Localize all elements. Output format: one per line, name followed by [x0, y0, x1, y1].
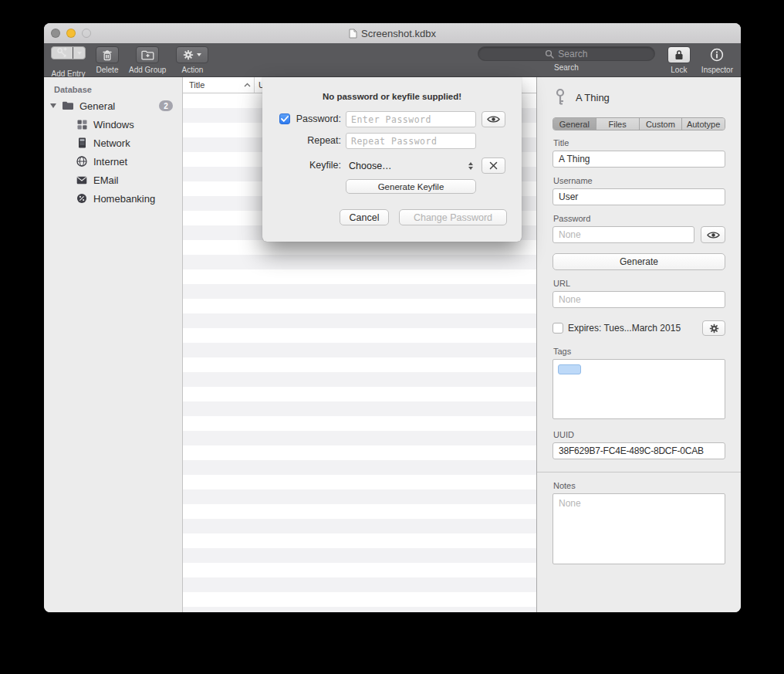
change-password-button[interactable]: Change Password — [399, 209, 507, 225]
title-field-label: Title — [553, 138, 725, 147]
window-title: Screenshot.kdbx — [349, 28, 436, 39]
expires-label: Expires: Tues...March 2015 — [568, 323, 698, 334]
column-header-title[interactable]: Title — [183, 77, 255, 93]
sheet-reveal-password-button[interactable] — [482, 111, 505, 127]
title-field[interactable] — [553, 151, 725, 168]
chevron-down-icon — [197, 53, 201, 56]
username-field[interactable] — [553, 188, 725, 205]
column-title-label: Title — [189, 80, 204, 90]
sheet-keyfile-label: Keyfile: — [292, 160, 341, 171]
close-x-icon — [489, 161, 498, 170]
keyfile-popup-value: Choose… — [349, 161, 392, 171]
toolbar-right: Search Search Lock — [478, 46, 733, 74]
add-entry-main[interactable] — [52, 47, 73, 59]
uuid-field[interactable] — [553, 442, 725, 459]
change-password-sheet: No password or keyfile supplied! Passwor… — [262, 77, 522, 242]
action-button[interactable] — [176, 46, 208, 63]
sidebar-item-windows[interactable]: Windows — [44, 115, 182, 134]
add-entry-button[interactable] — [51, 46, 86, 59]
search-icon — [545, 49, 554, 59]
sort-ascending-icon — [244, 83, 251, 87]
main-window: Screenshot.kdbx Add Entry — [44, 23, 741, 612]
globe-icon — [76, 155, 88, 168]
windows-icon — [76, 118, 88, 130]
chevron-down-icon — [77, 52, 82, 55]
sheet-password-input[interactable] — [346, 111, 476, 127]
lock-icon — [674, 49, 684, 60]
add-entry-dropdown[interactable] — [73, 47, 85, 59]
tab-autotype[interactable]: Autotype — [682, 118, 725, 130]
sidebar-item-label: Network — [93, 137, 130, 149]
entry-count-badge: 2 — [159, 100, 173, 111]
toolbar-item-search: Search Search — [478, 46, 655, 72]
toolbar-item-action: Action — [176, 46, 208, 74]
toolbar-item-lock: Lock — [667, 46, 691, 74]
lock-button[interactable] — [667, 46, 691, 63]
expires-checkbox[interactable] — [553, 323, 563, 334]
delete-button[interactable] — [96, 46, 119, 63]
sidebar-item-network[interactable]: Network — [44, 134, 182, 152]
disclosure-triangle-icon[interactable] — [50, 103, 56, 108]
inspector-tabs: General Files Custom Autotype — [553, 117, 725, 130]
tags-label: Tags — [553, 347, 725, 356]
sheet-message: No password or keyfile supplied! — [262, 92, 522, 101]
delete-label: Delete — [96, 66, 119, 74]
cancel-button[interactable]: Cancel — [340, 209, 389, 225]
entry-title: A Thing — [576, 92, 610, 103]
eye-icon — [487, 115, 500, 124]
uuid-label: UUID — [553, 430, 725, 439]
add-group-button[interactable] — [136, 46, 159, 63]
sheet-repeat-input[interactable] — [346, 133, 476, 149]
sidebar-item-label: EMail — [93, 174, 119, 186]
tab-custom[interactable]: Custom — [640, 118, 683, 130]
window-title-text: Screenshot.kdbx — [361, 28, 436, 39]
folder-icon — [62, 100, 74, 112]
network-icon — [76, 137, 88, 149]
generate-password-button[interactable]: Generate — [553, 253, 725, 270]
document-icon — [349, 29, 357, 39]
notes-field[interactable] — [553, 493, 725, 564]
gear-icon — [709, 323, 719, 334]
tab-general[interactable]: General — [553, 118, 596, 130]
sidebar-item-label: Internet — [93, 156, 127, 168]
minimize-button[interactable] — [66, 29, 76, 38]
toolbar-item-inspector: Inspector — [701, 46, 733, 74]
expires-settings-button[interactable] — [702, 320, 725, 336]
sidebar-item-email[interactable]: EMail — [44, 171, 182, 189]
sidebar-item-homebanking[interactable]: Homebanking — [44, 189, 182, 208]
tab-files[interactable]: Files — [596, 118, 640, 130]
inspector-label: Inspector — [701, 66, 733, 74]
sidebar-item-internet[interactable]: Internet — [44, 152, 182, 171]
sidebar: Database General 2 — [44, 77, 183, 612]
toolbar-item-add-entry: Add Entry — [51, 46, 86, 78]
clear-keyfile-button[interactable] — [482, 157, 505, 174]
notes-label: Notes — [553, 481, 725, 490]
username-field-label: Username — [553, 176, 725, 185]
titlebar: Screenshot.kdbx — [44, 23, 741, 43]
trash-icon — [102, 49, 113, 61]
sidebar-header: Database — [54, 85, 182, 94]
gear-icon — [183, 49, 194, 60]
tags-box[interactable] — [553, 359, 725, 419]
folder-plus-icon — [141, 50, 154, 60]
coin-percent-icon — [76, 192, 88, 205]
search-placeholder: Search — [558, 49, 587, 59]
sheet-repeat-label: Repeat: — [292, 135, 341, 146]
key-plus-icon — [56, 47, 68, 59]
password-checkbox[interactable] — [279, 113, 290, 124]
search-input[interactable]: Search — [478, 46, 655, 61]
action-label: Action — [181, 66, 203, 74]
reveal-password-button[interactable] — [701, 226, 725, 243]
sidebar-item-general[interactable]: General 2 — [44, 97, 182, 115]
sidebar-item-label: Homebanking — [93, 193, 155, 205]
popup-chevrons-icon — [468, 162, 473, 170]
zoom-button[interactable] — [82, 29, 91, 38]
password-field[interactable] — [553, 226, 694, 243]
url-field[interactable] — [553, 291, 725, 308]
tag-chip[interactable] — [558, 364, 581, 374]
inspector-toggle-button[interactable] — [705, 46, 728, 63]
toolbar-item-add-group: Add Group — [129, 46, 166, 74]
generate-keyfile-button[interactable]: Generate Keyfile — [346, 179, 476, 194]
keyfile-popup[interactable]: Choose… — [349, 157, 476, 174]
close-button[interactable] — [51, 29, 60, 38]
